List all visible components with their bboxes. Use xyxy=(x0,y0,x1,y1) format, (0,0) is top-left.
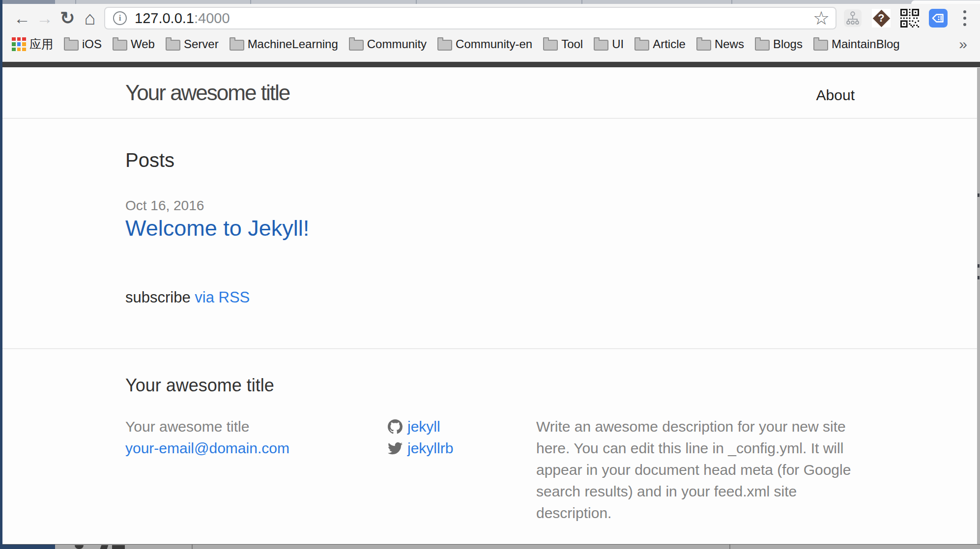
email-link[interactable]: your-email@domain.com xyxy=(125,440,289,456)
bookmark-article[interactable]: Article xyxy=(634,37,686,51)
bookmarks-overflow-chevron-icon[interactable]: » xyxy=(959,36,967,53)
footer-contact-column: Your awesome title your-email@domain.com xyxy=(125,416,388,524)
bookmark-news[interactable]: News xyxy=(696,37,744,51)
footer-social-column: jekyll jekyllrb xyxy=(388,416,536,524)
folder-icon xyxy=(64,40,79,51)
back-button[interactable]: ← xyxy=(11,7,33,29)
twitter-icon xyxy=(388,441,403,456)
github-social-link[interactable]: jekyll xyxy=(388,416,536,438)
reload-icon: ↻ xyxy=(60,8,75,28)
site-info-icon[interactable]: i xyxy=(113,11,127,25)
apps-grid-dot xyxy=(12,37,16,41)
background-icon-fragment xyxy=(100,545,109,549)
apps-grid-dot xyxy=(22,48,26,52)
posts-heading: Posts xyxy=(125,148,855,172)
subscribe-text: subscribe xyxy=(125,289,191,306)
qr-code-extension-icon[interactable] xyxy=(900,9,919,27)
folder-icon xyxy=(696,40,711,51)
bookmark-label: MachineLearning xyxy=(248,37,338,51)
bookmark-label: iOS xyxy=(82,37,102,51)
folder-icon xyxy=(813,40,828,51)
bookmark-ui[interactable]: UI xyxy=(594,37,624,51)
apps-grid-dot xyxy=(22,37,26,41)
background-icon-fragment xyxy=(112,545,125,549)
twitter-social-link[interactable]: jekyllrb xyxy=(388,438,536,459)
bookmark-label: 应用 xyxy=(29,36,53,52)
folder-icon xyxy=(113,40,127,51)
subscribe-line: subscribe via RSS xyxy=(125,288,855,307)
bookmark-label: Community-en xyxy=(456,37,532,51)
bookmark-label: MaintainBlog xyxy=(832,37,900,51)
bookmark-label: Community xyxy=(367,37,427,51)
bookmark-label: Tool xyxy=(561,37,583,51)
bookmark-star-icon[interactable]: ☆ xyxy=(813,9,830,27)
reload-button[interactable]: ↻ xyxy=(56,7,79,29)
bookmark-machinelearning[interactable]: MachineLearning xyxy=(230,37,338,51)
site-title-link[interactable]: Your awesome title xyxy=(125,79,289,107)
folder-icon xyxy=(755,40,770,51)
folder-icon xyxy=(634,40,649,51)
active-tab-sliver[interactable] xyxy=(911,0,980,4)
tab-separator xyxy=(416,0,417,4)
background-icon-fragment xyxy=(75,545,84,549)
apps-grid-dot xyxy=(12,42,16,46)
folder-icon xyxy=(349,40,364,51)
site-description: Write an awesome description for your ne… xyxy=(536,416,855,524)
bookmark-community-en[interactable]: Community-en xyxy=(437,37,532,51)
apps-grid-dot xyxy=(22,42,26,46)
address-bar[interactable]: i 127.0.0.1:4000 ☆ xyxy=(104,7,836,29)
apps-grid-dot xyxy=(17,42,21,46)
apps-grid-dot xyxy=(17,48,21,52)
sitemap-extension-icon[interactable] xyxy=(843,9,862,27)
web-page: Your awesome title About Posts Oct 16, 2… xyxy=(0,67,980,544)
folder-icon xyxy=(437,40,452,51)
post-date: Oct 16, 2016 xyxy=(125,197,855,214)
bookmark-ios[interactable]: iOS xyxy=(64,37,102,51)
background-text-fragment xyxy=(978,193,980,197)
bookmark-label: News xyxy=(715,37,744,51)
nav-about-link[interactable]: About xyxy=(816,82,855,109)
footer-description-column: Write an awesome description for your ne… xyxy=(536,416,855,524)
apps-grid-icon xyxy=(12,37,26,52)
bookmark-maintainblog[interactable]: MaintainBlog xyxy=(813,37,900,51)
chrome-bottom-gap xyxy=(0,56,980,62)
question-diamond-extension-icon[interactable]: ? xyxy=(872,9,891,27)
footer-site-name: Your awesome title xyxy=(125,416,388,438)
folder-icon xyxy=(166,40,180,51)
footer-heading: Your awesome title xyxy=(125,375,855,396)
tab-separator xyxy=(250,0,251,4)
question-glyph: ? xyxy=(872,9,891,27)
bookmark-label: Blogs xyxy=(773,37,803,51)
forward-button[interactable]: → xyxy=(33,7,56,29)
apps-grid-dot xyxy=(12,48,16,52)
background-window-divider xyxy=(192,545,193,549)
bookmark-blogs[interactable]: Blogs xyxy=(755,37,803,51)
url-host: 127.0.0.1 xyxy=(135,10,194,26)
tab-strip-left-segment xyxy=(0,0,55,4)
browser-toolbar: ← → ↻ ⌂ i 127.0.0.1:4000 ☆ ? xyxy=(0,4,980,32)
url-port: :4000 xyxy=(194,10,230,26)
bookmark-web[interactable]: Web xyxy=(113,37,155,51)
rss-link[interactable]: via RSS xyxy=(195,289,250,306)
bookmark-apps[interactable]: 应用 xyxy=(12,36,53,52)
home-button[interactable]: ⌂ xyxy=(79,7,101,29)
github-username: jekyll xyxy=(407,416,440,438)
tag-extension-icon[interactable] xyxy=(929,9,948,27)
forward-icon: → xyxy=(36,9,53,28)
chrome-page-divider-bar xyxy=(0,62,980,67)
bookmark-server[interactable]: Server xyxy=(166,37,219,51)
tab-separator xyxy=(731,0,732,4)
browser-tab-strip xyxy=(0,0,980,4)
chrome-menu-icon[interactable] xyxy=(957,10,972,26)
folder-icon xyxy=(543,40,558,51)
apps-grid-dot xyxy=(17,37,21,41)
github-icon xyxy=(388,419,403,434)
bookmark-tool[interactable]: Tool xyxy=(543,37,583,51)
post-list-item: Oct 16, 2016 Welcome to Jekyll! xyxy=(125,197,855,243)
bookmark-community[interactable]: Community xyxy=(349,37,427,51)
back-icon: ← xyxy=(14,9,30,28)
post-title-link[interactable]: Welcome to Jekyll! xyxy=(125,216,309,241)
folder-icon xyxy=(230,40,244,51)
tab-separator xyxy=(581,0,582,4)
bookmark-label: UI xyxy=(612,37,624,51)
